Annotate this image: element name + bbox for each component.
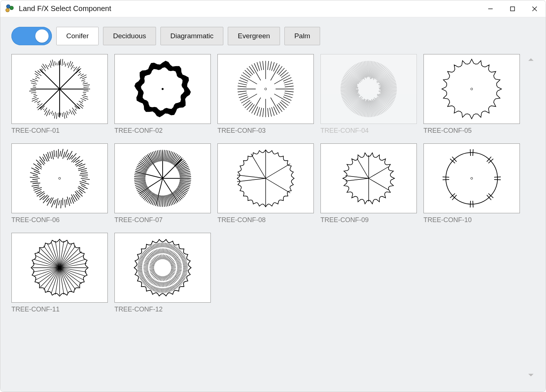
svg-line-492 xyxy=(494,179,501,180)
svg-line-331 xyxy=(31,168,39,172)
svg-line-572 xyxy=(166,288,167,292)
svg-line-484 xyxy=(369,178,389,190)
component-card[interactable]: TREE-CONF-11 xyxy=(11,233,108,313)
view-toggle[interactable] xyxy=(11,27,52,45)
svg-line-34 xyxy=(62,113,63,117)
svg-line-85 xyxy=(67,63,68,65)
component-card[interactable]: TREE-CONF-12 xyxy=(114,233,211,313)
svg-line-635 xyxy=(167,243,168,247)
svg-line-32 xyxy=(65,113,67,118)
svg-line-570 xyxy=(168,288,169,292)
svg-line-588 xyxy=(146,283,149,286)
svg-line-344 xyxy=(54,150,54,157)
scroll-down-icon[interactable] xyxy=(528,372,534,378)
tab-deciduous[interactable]: Deciduous xyxy=(103,27,156,45)
svg-line-619 xyxy=(147,248,150,252)
component-card[interactable]: TREE-CONF-07 xyxy=(114,143,211,224)
svg-line-403 xyxy=(145,192,152,200)
component-thumb xyxy=(423,54,520,124)
component-card[interactable]: TREE-CONF-02 xyxy=(114,54,211,135)
svg-point-104 xyxy=(265,88,266,90)
component-card[interactable]: TREE-CONF-10 xyxy=(423,143,520,224)
svg-line-671 xyxy=(171,279,174,283)
svg-line-62 xyxy=(30,81,36,82)
svg-line-126 xyxy=(249,104,254,112)
svg-line-743 xyxy=(171,269,176,269)
component-card[interactable]: TREE-CONF-03 xyxy=(217,54,314,135)
svg-line-172 xyxy=(380,93,395,99)
tab-conifer[interactable]: Conifer xyxy=(56,27,99,45)
svg-line-323 xyxy=(32,185,39,186)
svg-line-201 xyxy=(360,99,365,116)
svg-line-783 xyxy=(163,254,163,259)
svg-line-560 xyxy=(178,281,181,284)
scroll-up-icon[interactable] xyxy=(528,56,534,63)
svg-line-114 xyxy=(277,104,282,112)
svg-line-77 xyxy=(52,60,54,66)
svg-line-65 xyxy=(36,76,39,79)
svg-line-363 xyxy=(81,171,87,171)
svg-line-76 xyxy=(50,61,52,66)
svg-line-381 xyxy=(174,192,181,200)
svg-line-393 xyxy=(161,196,162,207)
svg-point-490 xyxy=(446,153,497,204)
tab-diagrammatic[interactable]: Diagrammatic xyxy=(160,27,223,45)
svg-line-57 xyxy=(29,91,36,91)
svg-line-646 xyxy=(178,251,181,254)
svg-line-112 xyxy=(280,102,287,108)
svg-line-163 xyxy=(284,83,293,85)
svg-line-480 xyxy=(237,175,266,178)
svg-line-775 xyxy=(152,259,156,262)
svg-point-103 xyxy=(162,88,163,90)
svg-line-690 xyxy=(149,278,152,281)
svg-line-688 xyxy=(151,279,154,283)
component-card[interactable]: TREE-CONF-06 xyxy=(11,143,108,224)
svg-line-521 xyxy=(44,268,60,290)
svg-line-576 xyxy=(161,288,162,293)
svg-line-71 xyxy=(41,66,46,71)
tab-evergreen[interactable]: Evergreen xyxy=(228,27,280,45)
tab-palm[interactable]: Palm xyxy=(284,27,320,45)
svg-line-179 xyxy=(377,96,390,108)
svg-line-108 xyxy=(284,95,292,98)
svg-line-748 xyxy=(169,273,173,276)
svg-line-615 xyxy=(143,252,147,255)
svg-line-644 xyxy=(176,249,179,252)
svg-line-42 xyxy=(46,110,50,116)
tree-symbol-icon xyxy=(439,56,505,122)
vertical-scrollbar[interactable] xyxy=(527,54,535,381)
svg-line-441 xyxy=(161,150,162,161)
svg-line-118 xyxy=(270,108,272,117)
component-label: TREE-CONF-04 xyxy=(320,127,417,135)
svg-line-49 xyxy=(38,104,39,105)
component-card[interactable]: TREE-CONF-05 xyxy=(423,54,520,135)
component-card[interactable]: TREE-CONF-01 xyxy=(11,54,108,135)
svg-line-16 xyxy=(84,94,86,95)
component-card[interactable]: TREE-CONF-09 xyxy=(320,143,417,224)
svg-line-533 xyxy=(44,246,60,268)
svg-line-153 xyxy=(272,62,274,71)
svg-line-677 xyxy=(166,282,167,286)
svg-line-88 xyxy=(71,65,74,70)
svg-line-683 xyxy=(158,282,159,286)
svg-line-523 xyxy=(38,268,60,284)
maximize-button[interactable] xyxy=(501,0,524,17)
svg-point-285 xyxy=(471,88,472,90)
close-button[interactable] xyxy=(524,0,546,17)
svg-line-349 xyxy=(63,152,65,159)
svg-line-718 xyxy=(158,249,159,253)
svg-line-329 xyxy=(30,172,38,175)
svg-line-102 xyxy=(84,87,89,87)
svg-line-552 xyxy=(182,273,187,274)
svg-line-784 xyxy=(164,255,165,259)
component-card[interactable]: TREE-CONF-08 xyxy=(217,143,314,224)
component-thumb xyxy=(11,54,108,124)
svg-line-10 xyxy=(40,89,60,109)
svg-line-564 xyxy=(174,285,177,288)
svg-line-589 xyxy=(145,282,148,285)
component-card[interactable]: TREE-CONF-04 xyxy=(320,54,417,135)
svg-line-504 xyxy=(473,149,473,156)
minimize-button[interactable] xyxy=(479,0,501,17)
svg-line-637 xyxy=(169,244,171,248)
svg-line-488 xyxy=(357,158,369,178)
